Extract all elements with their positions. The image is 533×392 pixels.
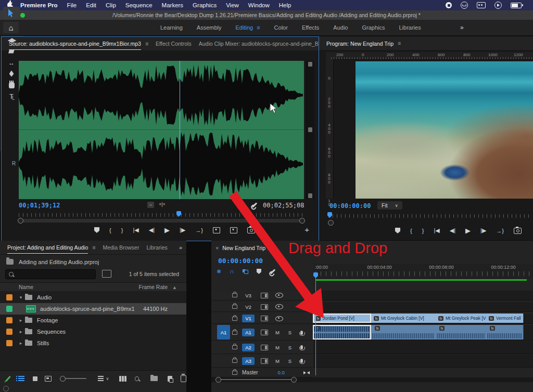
track-lane-a2[interactable] bbox=[313, 341, 533, 354]
play-icon[interactable]: ▶ bbox=[465, 227, 471, 234]
sort-ascending-icon[interactable]: ▴ bbox=[173, 284, 176, 290]
clip-vermont-fall-audio[interactable]: fx bbox=[486, 325, 524, 339]
chevron-right-icon[interactable]: ▸ bbox=[17, 318, 25, 323]
clip-mt-greylock-cabin-audio[interactable]: fx bbox=[371, 325, 436, 339]
track-header-a2[interactable]: A2 M S bbox=[211, 341, 312, 354]
go-to-in-icon[interactable]: |◀ bbox=[434, 227, 439, 234]
label-swatch[interactable] bbox=[6, 329, 12, 335]
snap-magnet-icon[interactable]: ∩ bbox=[230, 268, 234, 275]
timeline-scrollbar-track[interactable] bbox=[211, 377, 533, 382]
toggle-track-output-icon[interactable] bbox=[275, 316, 283, 321]
find-icon[interactable] bbox=[135, 376, 139, 381]
selection-tool[interactable] bbox=[0, 7, 23, 18]
sequence-tab[interactable]: New England Trip bbox=[222, 245, 265, 251]
linked-selection-icon[interactable] bbox=[243, 269, 248, 274]
new-bin-icon[interactable] bbox=[150, 376, 158, 381]
track-output-assign-icon[interactable] bbox=[261, 330, 268, 335]
track-output-assign-icon[interactable] bbox=[261, 358, 268, 364]
new-item-icon[interactable] bbox=[168, 376, 173, 382]
menu-item[interactable]: File bbox=[67, 2, 77, 8]
timeline-ruler[interactable]: :00:00 00:00:04:00 00:00:08:00 00:00:12:… bbox=[313, 264, 533, 279]
track-header-v1[interactable]: V1 bbox=[211, 313, 312, 324]
workspace-menu-icon[interactable]: ≡ bbox=[257, 24, 260, 31]
display-settings-icon[interactable] bbox=[477, 2, 486, 8]
column-name[interactable]: Name bbox=[19, 284, 33, 290]
hand-tool[interactable] bbox=[0, 80, 23, 90]
add-marker-icon[interactable] bbox=[395, 228, 400, 233]
pen-tool[interactable] bbox=[0, 68, 23, 79]
label-swatch[interactable] bbox=[6, 294, 12, 300]
bin-row-stills[interactable]: ▸ Stills bbox=[0, 337, 186, 349]
workspace-overflow-icon[interactable]: » bbox=[460, 24, 464, 31]
razor-tool[interactable] bbox=[0, 46, 23, 57]
close-icon[interactable]: × bbox=[215, 245, 219, 251]
slip-tool[interactable]: ↔ bbox=[0, 57, 23, 68]
panel-menu-icon[interactable]: ≡ bbox=[92, 244, 95, 251]
freeform-view-icon[interactable] bbox=[45, 376, 52, 382]
track-lane-a3[interactable] bbox=[313, 355, 533, 368]
media-play-icon[interactable] bbox=[494, 2, 502, 9]
track-lane-v3[interactable] bbox=[313, 291, 533, 300]
audio-waveform-display[interactable] bbox=[19, 61, 304, 199]
label-swatch[interactable] bbox=[6, 306, 12, 312]
tab-audio-clip-mixer[interactable]: Audio Clip Mixer: audioblocks-spruce-and… bbox=[199, 41, 319, 47]
track-header-v3[interactable]: V3 bbox=[211, 291, 312, 300]
tab-libraries[interactable]: Libraries bbox=[146, 244, 167, 251]
tab-program[interactable]: Program: New England Trip bbox=[326, 41, 394, 49]
lock-icon[interactable] bbox=[232, 359, 237, 363]
track-lane-a1[interactable]: fx fx fx fx bbox=[313, 325, 533, 341]
chevron-right-icon[interactable]: ▸ bbox=[17, 329, 25, 334]
program-scrub-ruler[interactable] bbox=[328, 214, 531, 218]
workspace-tab-effects[interactable]: Effects bbox=[302, 24, 319, 31]
clip-jordan-pond-video[interactable]: fx Jordan Pond [V] bbox=[313, 313, 372, 323]
bin-row-audio[interactable]: ▾ Audio bbox=[0, 292, 186, 303]
zoom-slider[interactable] bbox=[63, 378, 86, 379]
menu-item[interactable]: View bbox=[226, 2, 239, 8]
mute-button[interactable]: M bbox=[274, 358, 281, 364]
ripple-edit-tool[interactable]: ◀▶ bbox=[0, 34, 23, 45]
mark-out-icon[interactable]: } bbox=[121, 227, 123, 233]
lock-icon[interactable] bbox=[232, 293, 237, 297]
bin-row-footage[interactable]: ▸ Footage bbox=[0, 315, 186, 326]
track-label-a2[interactable]: A2 bbox=[242, 344, 255, 351]
voiceover-record-icon[interactable] bbox=[300, 359, 303, 363]
add-marker-icon[interactable] bbox=[257, 269, 261, 274]
search-bin-icon[interactable] bbox=[102, 270, 111, 278]
lock-icon[interactable] bbox=[232, 305, 237, 309]
clip-mt-greylock-peak-audio[interactable]: fx bbox=[436, 325, 487, 339]
creative-cloud-icon[interactable] bbox=[461, 2, 468, 9]
program-video-frame[interactable] bbox=[356, 61, 533, 199]
step-forward-icon[interactable]: |▶ bbox=[480, 227, 486, 234]
mark-in-icon[interactable]: { bbox=[410, 228, 412, 234]
clip-jordan-pond-audio[interactable]: fx bbox=[313, 325, 372, 339]
settings-wrench-icon[interactable] bbox=[252, 202, 258, 208]
project-file-row[interactable]: Adding and Editing Audio.prproj bbox=[0, 257, 186, 267]
source-playhead-line[interactable] bbox=[180, 61, 180, 199]
step-back-icon[interactable]: ◀| bbox=[450, 227, 455, 234]
zoom-handle-left-icon[interactable] bbox=[18, 218, 23, 224]
button-editor-plus-icon[interactable]: + bbox=[304, 225, 309, 234]
clip-vermont-fall-video[interactable]: fx Vermont Fall bbox=[486, 313, 524, 323]
mark-in-icon[interactable]: { bbox=[109, 227, 111, 233]
lock-icon[interactable] bbox=[232, 317, 237, 321]
go-to-in-icon[interactable]: |◀ bbox=[133, 227, 138, 233]
zoom-level-select[interactable]: Fit ∨ bbox=[377, 201, 402, 210]
overwrite-icon[interactable] bbox=[230, 227, 237, 233]
step-forward-icon[interactable]: |▶ bbox=[180, 227, 185, 233]
label-swatch[interactable] bbox=[6, 317, 12, 323]
panel-menu-icon[interactable]: ≡ bbox=[145, 41, 148, 47]
nest-snowflake-icon[interactable]: ❄ bbox=[217, 268, 221, 275]
bin-row-sequences[interactable]: ▸ Sequences bbox=[0, 326, 186, 337]
toggle-track-output-icon[interactable] bbox=[275, 304, 283, 309]
scroll-handle-left-icon[interactable] bbox=[215, 377, 221, 383]
mark-out-icon[interactable]: } bbox=[422, 228, 424, 234]
timeline-scrollbar[interactable] bbox=[218, 379, 294, 380]
menu-item[interactable]: Graphics bbox=[193, 2, 217, 8]
zoom-handle-right-icon[interactable] bbox=[299, 218, 305, 224]
track-output-assign-icon[interactable] bbox=[261, 293, 268, 298]
track-label-v3[interactable]: V3 bbox=[242, 292, 255, 299]
track-label-a1[interactable]: A1 bbox=[242, 329, 255, 336]
export-frame-icon[interactable] bbox=[247, 227, 255, 233]
panel-overflow-icon[interactable]: » bbox=[179, 244, 182, 251]
automate-to-sequence-icon[interactable] bbox=[119, 376, 126, 382]
